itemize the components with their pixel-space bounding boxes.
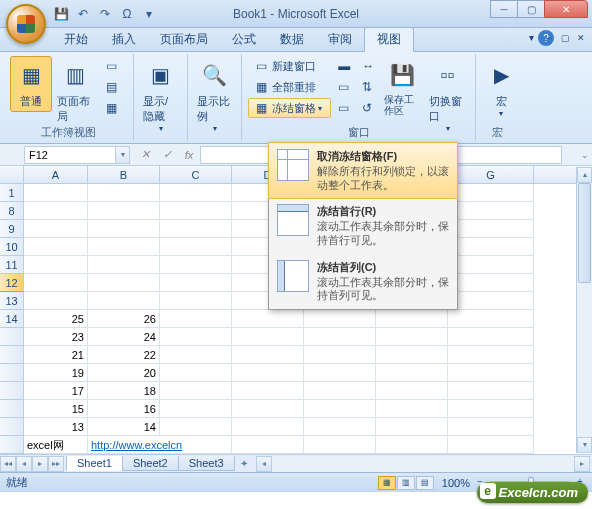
- symbol-icon[interactable]: Ω: [118, 5, 136, 23]
- cell[interactable]: [376, 310, 448, 328]
- row-header[interactable]: [0, 364, 24, 382]
- cell[interactable]: [232, 364, 304, 382]
- maximize-button[interactable]: ▢: [517, 0, 545, 18]
- row-header[interactable]: [0, 436, 24, 454]
- cell[interactable]: 22: [88, 346, 160, 364]
- wb-close-icon[interactable]: ✕: [574, 32, 588, 44]
- row-header[interactable]: 13: [0, 292, 24, 310]
- normal-view-shortcut[interactable]: ▦: [378, 476, 396, 490]
- cell[interactable]: [88, 256, 160, 274]
- cell[interactable]: [232, 436, 304, 454]
- office-button[interactable]: [6, 4, 46, 44]
- cell[interactable]: 13: [24, 418, 88, 436]
- cell[interactable]: [304, 382, 376, 400]
- cell[interactable]: [448, 310, 534, 328]
- freeze-first-col-item[interactable]: 冻结首列(C) 滚动工作表其余部分时，保持首列可见。: [269, 254, 457, 309]
- tab-insert[interactable]: 插入: [100, 28, 148, 51]
- row-header[interactable]: [0, 346, 24, 364]
- zoom-level[interactable]: 100%: [442, 477, 470, 489]
- new-sheet-button[interactable]: ✦: [234, 458, 254, 469]
- close-button[interactable]: ✕: [544, 0, 588, 18]
- cell[interactable]: [160, 202, 232, 220]
- cell[interactable]: [160, 184, 232, 202]
- sync-scroll-button[interactable]: ⇅: [357, 77, 379, 97]
- cell[interactable]: [448, 202, 534, 220]
- macros-button[interactable]: ▶ 宏 ▾: [482, 56, 520, 121]
- cell[interactable]: [376, 364, 448, 382]
- cell[interactable]: [448, 274, 534, 292]
- scroll-thumb[interactable]: [578, 183, 591, 283]
- cell[interactable]: [232, 328, 304, 346]
- tab-page-layout[interactable]: 页面布局: [148, 28, 220, 51]
- page-layout-view-button[interactable]: ▥ 页面布局: [54, 56, 96, 127]
- split-button[interactable]: ▬: [333, 56, 355, 76]
- show-hide-button[interactable]: ▣ 显示/隐藏 ▾: [140, 56, 181, 136]
- page-layout-shortcut[interactable]: ▥: [397, 476, 415, 490]
- undo-icon[interactable]: ↶: [74, 5, 92, 23]
- cell[interactable]: 18: [88, 382, 160, 400]
- cell[interactable]: [160, 346, 232, 364]
- custom-views-button[interactable]: ▤: [98, 77, 127, 97]
- redo-icon[interactable]: ↷: [96, 5, 114, 23]
- row-header[interactable]: 14: [0, 310, 24, 328]
- ribbon-minimize-icon[interactable]: ▾: [529, 32, 534, 43]
- cell[interactable]: [232, 382, 304, 400]
- cell[interactable]: [232, 346, 304, 364]
- cell[interactable]: 21: [24, 346, 88, 364]
- wb-minimize-icon[interactable]: ─: [542, 32, 556, 44]
- cell[interactable]: [24, 238, 88, 256]
- cell[interactable]: 14: [88, 418, 160, 436]
- cell[interactable]: [160, 418, 232, 436]
- cell[interactable]: [88, 220, 160, 238]
- row-header[interactable]: [0, 418, 24, 436]
- row-header[interactable]: 9: [0, 220, 24, 238]
- cell[interactable]: [24, 184, 88, 202]
- tab-formulas[interactable]: 公式: [220, 28, 268, 51]
- row-header[interactable]: 1: [0, 184, 24, 202]
- sheet-tab[interactable]: Sheet3: [178, 456, 235, 471]
- cell[interactable]: 15: [24, 400, 88, 418]
- cell[interactable]: [160, 220, 232, 238]
- cell[interactable]: [160, 310, 232, 328]
- cell[interactable]: [448, 184, 534, 202]
- cell[interactable]: [448, 346, 534, 364]
- zoom-button[interactable]: 🔍 显示比例 ▾: [194, 56, 235, 136]
- freeze-panes-button[interactable]: ▦冻结窗格▾: [248, 98, 331, 118]
- row-header[interactable]: [0, 382, 24, 400]
- sheet-tab[interactable]: Sheet1: [66, 456, 123, 471]
- sheet-tab[interactable]: Sheet2: [122, 456, 179, 471]
- cell[interactable]: [160, 292, 232, 310]
- cell[interactable]: [88, 184, 160, 202]
- cell[interactable]: excel网: [24, 436, 88, 454]
- unfreeze-panes-item[interactable]: 取消冻结窗格(F) 解除所有行和列锁定，以滚动整个工作表。: [268, 142, 458, 199]
- first-sheet-button[interactable]: ◂◂: [0, 456, 16, 472]
- prev-sheet-button[interactable]: ◂: [16, 456, 32, 472]
- cell[interactable]: [304, 364, 376, 382]
- full-screen-button[interactable]: ▦: [98, 98, 127, 118]
- cell[interactable]: [448, 220, 534, 238]
- vertical-scrollbar[interactable]: ▴ ▾: [576, 167, 592, 453]
- expand-formula-bar-icon[interactable]: ⌄: [578, 150, 592, 160]
- qat-dropdown-icon[interactable]: ▾: [140, 5, 158, 23]
- arrange-all-button[interactable]: ▦全部重排: [248, 77, 331, 97]
- tab-view[interactable]: 视图: [364, 27, 414, 52]
- column-header[interactable]: A: [24, 166, 88, 183]
- cell[interactable]: [376, 382, 448, 400]
- cell[interactable]: [304, 436, 376, 454]
- cell[interactable]: [448, 292, 534, 310]
- cell[interactable]: [304, 418, 376, 436]
- cell[interactable]: [160, 364, 232, 382]
- freeze-top-row-item[interactable]: 冻结首行(R) 滚动工作表其余部分时，保持首行可见。: [269, 198, 457, 253]
- reset-pos-button[interactable]: ↺: [357, 98, 379, 118]
- cell[interactable]: 23: [24, 328, 88, 346]
- cell[interactable]: [88, 202, 160, 220]
- cell[interactable]: [448, 238, 534, 256]
- row-header[interactable]: 10: [0, 238, 24, 256]
- cell[interactable]: [232, 400, 304, 418]
- cell[interactable]: [24, 292, 88, 310]
- cell[interactable]: [88, 238, 160, 256]
- column-header[interactable]: C: [160, 166, 232, 183]
- save-workspace-button[interactable]: 💾 保存工作区: [381, 56, 424, 119]
- cell[interactable]: [376, 346, 448, 364]
- row-header[interactable]: 12: [0, 274, 24, 292]
